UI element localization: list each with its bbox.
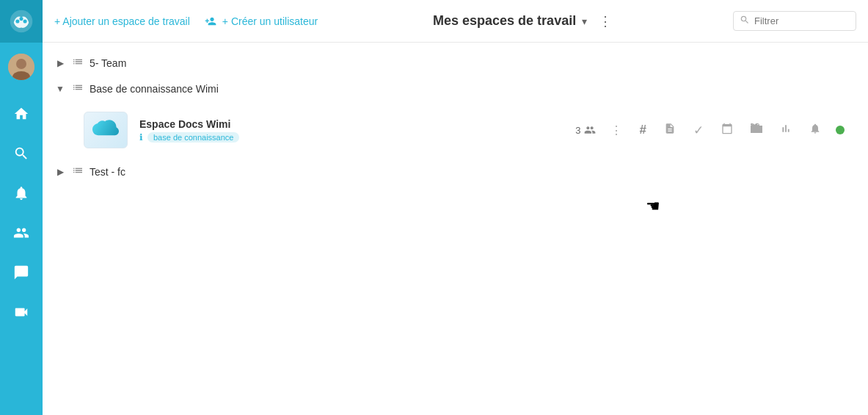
workspace-name-base: Base de connaissance Wimi <box>90 83 219 95</box>
expand-team-icon[interactable]: ▶ <box>54 58 66 68</box>
workspace-item-base[interactable]: ▼ Base de connaissance Wimi <box>43 76 868 101</box>
calendar-icon[interactable] <box>718 121 736 139</box>
search-icon <box>740 15 750 27</box>
hashtag-icon[interactable]: # <box>637 121 649 139</box>
topbar-left: + Ajouter un espace de travail + Créer u… <box>54 15 318 27</box>
title-chevron-icon[interactable]: ▾ <box>582 15 587 27</box>
video-icon[interactable] <box>0 294 43 331</box>
sidebar <box>0 0 43 415</box>
workspace-info: Espace Docs Wimi ℹ base de connaissance <box>139 118 564 142</box>
search-box[interactable] <box>733 11 856 31</box>
workspace-item-test-fc[interactable]: ▶ Test - fc <box>43 159 868 184</box>
chat-icon[interactable] <box>0 254 43 291</box>
add-workspace-button[interactable]: + Ajouter un espace de travail <box>54 15 190 27</box>
workspace-expanded-base: ▼ Base de connaissance Wimi <box>43 76 868 156</box>
document-icon[interactable] <box>661 121 679 139</box>
contacts-icon[interactable] <box>0 214 43 251</box>
search-icon[interactable] <box>0 135 43 172</box>
create-user-label: + Créer un utilisateur <box>222 15 318 27</box>
topbar: + Ajouter un espace de travail + Créer u… <box>43 0 868 43</box>
status-dot <box>836 126 845 134</box>
create-user-button[interactable]: + Créer un utilisateur <box>205 15 318 27</box>
briefcase-icon[interactable] <box>748 121 765 139</box>
info-icon: ℹ <box>139 132 143 142</box>
main-area: + Ajouter un espace de travail + Créer u… <box>43 0 868 415</box>
workspace-badge: base de connaissance <box>147 132 239 142</box>
svg-point-5 <box>16 59 26 69</box>
svg-point-3 <box>23 19 27 23</box>
workspace-item-team[interactable]: ▶ 5- Team <box>43 50 868 76</box>
workspace-thumbnail <box>84 112 128 148</box>
svg-point-2 <box>19 17 23 21</box>
sidebar-navigation <box>0 95 43 415</box>
home-icon[interactable] <box>0 95 43 132</box>
add-workspace-label: + Ajouter un espace de travail <box>54 15 190 27</box>
workspace-card-espace-docs[interactable]: Espace Docs Wimi ℹ base de connaissance … <box>72 104 856 156</box>
more-icon[interactable]: ⋮ <box>608 122 625 139</box>
chart-icon[interactable] <box>777 121 795 139</box>
svg-point-1 <box>15 19 19 23</box>
expand-test-fc-icon[interactable]: ▶ <box>54 167 66 177</box>
topbar-right <box>733 11 856 31</box>
bell-icon[interactable] <box>0 175 43 212</box>
content-area: ▶ 5- Team ▼ Base de connaissance Wimi <box>43 43 868 415</box>
workspace-name-test-fc: Test - fc <box>90 166 125 178</box>
topbar-center: Mes espaces de travail ▾ ⋮ <box>332 10 718 32</box>
search-input[interactable] <box>754 15 850 26</box>
notification-icon[interactable] <box>806 121 824 139</box>
workspace-card-name: Espace Docs Wimi <box>139 118 564 130</box>
workspace-meta: ℹ base de connaissance <box>139 132 564 142</box>
member-count: 3 <box>575 124 595 136</box>
more-options-button[interactable]: ⋮ <box>593 10 618 32</box>
list-icon-team <box>72 56 84 70</box>
list-icon-test-fc <box>72 165 84 178</box>
app-logo[interactable] <box>0 0 43 43</box>
workspace-name-team: 5- Team <box>90 57 126 69</box>
expand-base-icon[interactable]: ▼ <box>54 84 66 94</box>
list-icon-base <box>72 82 84 95</box>
page-title: Mes espaces de travail <box>433 13 576 29</box>
check-icon[interactable]: ✓ <box>690 121 707 140</box>
workspace-actions: 3 ⋮ # ✓ <box>575 121 845 140</box>
user-avatar[interactable] <box>0 46 43 88</box>
member-count-number: 3 <box>575 125 580 136</box>
